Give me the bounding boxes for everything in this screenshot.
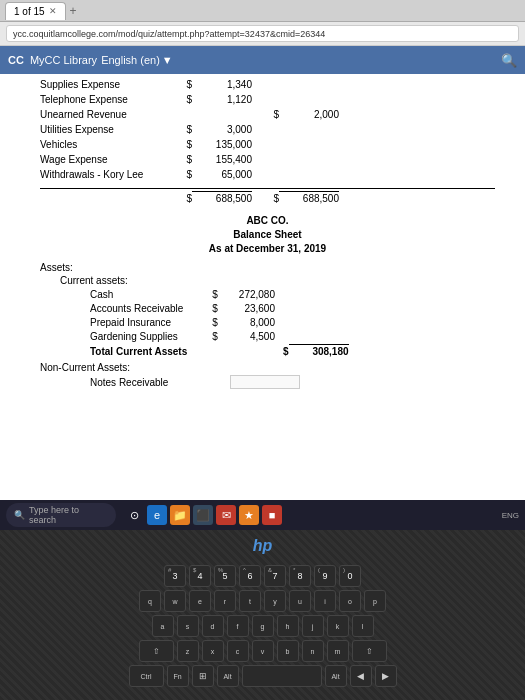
dollar-sign: $: [180, 78, 192, 92]
notes-receivable-input[interactable]: [230, 375, 300, 389]
sheet-date: As at December 31, 2019: [40, 242, 495, 256]
item-label: Unearned Revenue: [40, 108, 180, 122]
new-tab-button[interactable]: +: [70, 4, 77, 18]
dollar-sign: $: [210, 288, 220, 301]
taskbar-icon-edge[interactable]: e: [147, 505, 167, 525]
address-bar: [0, 22, 525, 46]
bs-line-ar: Accounts Receivable $ 23,600: [40, 302, 495, 315]
key-m[interactable]: m: [327, 640, 349, 662]
key-row-qwerty: q w e r t y u i o p: [20, 590, 505, 612]
key-4[interactable]: $ 4: [189, 565, 211, 587]
key-p[interactable]: p: [364, 590, 386, 612]
line-item-telephone: Telephone Expense $ 1,120: [40, 93, 495, 107]
line-item-vehicles: Vehicles $ 135,000: [40, 138, 495, 152]
key-g[interactable]: g: [252, 615, 274, 637]
key-j[interactable]: j: [302, 615, 324, 637]
taskbar-icon-mail[interactable]: ✉: [216, 505, 236, 525]
key-r[interactable]: r: [214, 590, 236, 612]
key-t[interactable]: t: [239, 590, 261, 612]
key-8[interactable]: * 8: [289, 565, 311, 587]
key-u[interactable]: u: [289, 590, 311, 612]
keyboard: # 3 $ 4 % 5 ^ 6 & 7: [20, 565, 505, 690]
dollar-sign: $: [210, 316, 220, 329]
bs-item-amount: 272,080: [220, 288, 275, 301]
key-x[interactable]: x: [202, 640, 224, 662]
key-arrow-left[interactable]: ◀: [350, 665, 372, 687]
taskbar-icon-1[interactable]: ★: [239, 505, 259, 525]
total-current-label: Total Current Assets: [90, 345, 210, 358]
line-item-supplies: Supplies Expense $ 1,340: [40, 78, 495, 92]
taskbar-icons: ⊙ e 📁 ⬛ ✉ ★ ■: [124, 505, 282, 525]
key-alt-right[interactable]: Alt: [325, 665, 347, 687]
dollar-sign: $: [210, 330, 220, 343]
line-item-utilities: Utilities Expense $ 3,000: [40, 123, 495, 137]
dollar-sign: $: [180, 123, 192, 137]
key-q[interactable]: q: [139, 590, 161, 612]
navigation-bar: CC MyCC Library English (en) ▼ 🔍: [0, 46, 525, 74]
key-fn[interactable]: Fn: [167, 665, 189, 687]
key-h[interactable]: h: [277, 615, 299, 637]
key-a[interactable]: a: [152, 615, 174, 637]
item-amount: 65,000: [192, 168, 252, 182]
total-row: $ 688,500 $ 688,500: [40, 188, 495, 206]
library-link[interactable]: MyCC Library: [30, 54, 97, 66]
key-alt[interactable]: Alt: [217, 665, 239, 687]
taskbar-icon-2[interactable]: ■: [262, 505, 282, 525]
taskbar-icon-cortana[interactable]: ⊙: [124, 505, 144, 525]
tab-close-button[interactable]: ✕: [49, 6, 57, 16]
bs-line-notes: Notes Receivable: [40, 375, 495, 389]
taskbar-icon-store[interactable]: ⬛: [193, 505, 213, 525]
bs-line-cash: Cash $ 272,080: [40, 288, 495, 301]
key-ampersand[interactable]: & 7: [264, 565, 286, 587]
key-9[interactable]: ( 9: [314, 565, 336, 587]
key-0[interactable]: ) 0: [339, 565, 361, 587]
item-label: Vehicles: [40, 138, 180, 152]
key-6[interactable]: ^ 6: [239, 565, 261, 587]
dollar-sign-2: $: [267, 108, 279, 122]
key-c[interactable]: c: [227, 640, 249, 662]
key-y[interactable]: y: [264, 590, 286, 612]
total-current-value: 308,180: [289, 344, 349, 358]
key-ctrl[interactable]: Ctrl: [129, 665, 164, 687]
key-w[interactable]: w: [164, 590, 186, 612]
item-amount: 135,000: [192, 138, 252, 152]
total-amount-1: 688,500: [192, 191, 252, 206]
language-label: English (en): [101, 54, 160, 66]
taskbar-search[interactable]: 🔍 Type here to search: [6, 503, 116, 527]
language-selector[interactable]: English (en) ▼: [101, 54, 173, 66]
key-n[interactable]: n: [302, 640, 324, 662]
dollar-sign: $: [180, 168, 192, 182]
key-b[interactable]: b: [277, 640, 299, 662]
key-win[interactable]: ⊞: [192, 665, 214, 687]
item-amount: 1,340: [192, 78, 252, 92]
key-l[interactable]: l: [352, 615, 374, 637]
key-space[interactable]: [242, 665, 322, 687]
taskbar-icon-folder[interactable]: 📁: [170, 505, 190, 525]
item-label: Supplies Expense: [40, 78, 180, 92]
key-o[interactable]: o: [339, 590, 361, 612]
search-icon[interactable]: 🔍: [501, 53, 517, 68]
item-amount-2: 2,000: [279, 108, 339, 122]
key-s[interactable]: s: [177, 615, 199, 637]
key-shift-right[interactable]: ⇧: [352, 640, 387, 662]
assets-heading: Assets:: [40, 262, 495, 273]
company-name: ABC CO.: [40, 214, 495, 228]
taskbar: 🔍 Type here to search ⊙ e 📁 ⬛ ✉ ★ ■ ENG: [0, 500, 525, 530]
non-current-heading: Non-Current Assets:: [40, 362, 495, 373]
key-percent[interactable]: % 5: [214, 565, 236, 587]
item-amount: 1,120: [192, 93, 252, 107]
key-f[interactable]: f: [227, 615, 249, 637]
key-k[interactable]: k: [327, 615, 349, 637]
key-3[interactable]: # 3: [164, 565, 186, 587]
item-label: Wage Expense: [40, 153, 180, 167]
key-v[interactable]: v: [252, 640, 274, 662]
key-e[interactable]: e: [189, 590, 211, 612]
key-d[interactable]: d: [202, 615, 224, 637]
dollar-sign: $: [180, 153, 192, 167]
key-i[interactable]: i: [314, 590, 336, 612]
key-shift-left[interactable]: ⇧: [139, 640, 174, 662]
key-arrow-right[interactable]: ▶: [375, 665, 397, 687]
url-input[interactable]: [6, 25, 519, 42]
active-tab[interactable]: 1 of 15 ✕: [5, 2, 66, 20]
key-z[interactable]: z: [177, 640, 199, 662]
